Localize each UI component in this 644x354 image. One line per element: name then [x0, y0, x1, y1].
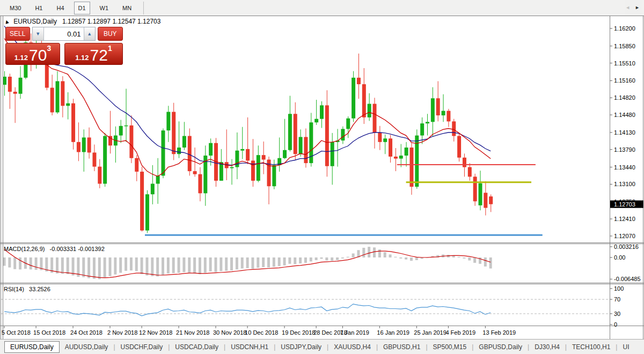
sell-price-button[interactable]: 1.12 70 3: [5, 43, 60, 65]
candle-up: [19, 78, 23, 94]
buy-price-prefix: 1.12: [75, 54, 89, 62]
price-axis: 1.162001.158501.155101.151601.148201.144…: [610, 25, 643, 328]
macd-bar: [236, 257, 238, 269]
tab-scroll-right-icon[interactable]: ►: [635, 5, 640, 10]
chart-tab-xauusd-h4[interactable]: XAUUSD,H4: [328, 342, 376, 352]
macd-bar: [135, 257, 138, 271]
candle-up: [383, 138, 387, 142]
macd-bar: [283, 257, 286, 266]
chart-tab-eurusd-daily[interactable]: EURUSD,Daily: [4, 341, 60, 353]
rsi-value: 33.2526: [29, 286, 50, 292]
candle-down: [452, 121, 456, 136]
rsi-axis-label: 0: [614, 321, 617, 328]
macd-bar: [188, 257, 191, 273]
chart-tab-gbpusd-daily[interactable]: GBPUSD,Daily: [473, 342, 528, 352]
macd-bar: [141, 257, 143, 274]
rsi-axis-label: 30: [614, 311, 620, 317]
macd-label: MACD(12,26,9) -0.003331 -0.001392: [4, 246, 105, 252]
macd-bar: [61, 257, 64, 274]
candle-down: [188, 136, 192, 172]
macd-bar: [341, 257, 344, 259]
buy-price-button[interactable]: 1.12 72 1: [64, 43, 123, 65]
candle-up: [288, 114, 292, 150]
macd-bar: [56, 257, 58, 274]
candle-down: [13, 92, 17, 94]
price-axis-label: 1.15850: [614, 43, 635, 49]
macd-bar: [410, 257, 413, 261]
chart-tab-dj30-h4[interactable]: DJ30,H4: [529, 342, 565, 352]
volume-input[interactable]: [44, 27, 84, 40]
macd-axis-label: 0.00: [614, 254, 625, 261]
candle-up: [219, 162, 223, 181]
macd-bar: [310, 257, 312, 261]
date-axis-label: 16 Jan 2019: [377, 329, 409, 336]
macd-axis-label: 0.003216: [614, 244, 639, 250]
price-axis-label: 1.14130: [614, 129, 635, 136]
macd-bar: [315, 257, 318, 260]
candle-up: [368, 104, 371, 117]
macd-bar: [3, 257, 6, 266]
candle-down: [71, 104, 75, 142]
macd-bar: [93, 257, 96, 279]
macd-bar: [251, 257, 254, 269]
price-axis-label: 1.14480: [614, 112, 635, 118]
macd-bar: [347, 257, 349, 257]
buy-button[interactable]: BUY: [98, 27, 123, 41]
candle-down: [378, 132, 382, 142]
macd-bar: [241, 257, 244, 269]
date-axis-label: 12 Nov 2018: [139, 329, 172, 336]
candle-up: [103, 136, 107, 184]
macd-bar: [167, 257, 170, 274]
candle-down: [262, 155, 266, 159]
chart-tab-usdjpy-daily[interactable]: USDJPY,Daily: [275, 342, 327, 352]
candle-up: [156, 176, 160, 184]
macd-bar: [230, 257, 233, 270]
candle-up: [320, 105, 324, 119]
chart-tab-usdchf-daily[interactable]: USDCHF,Daily: [115, 342, 169, 352]
candle-down: [489, 196, 493, 204]
candle-up: [352, 78, 355, 119]
candle-up: [399, 156, 403, 159]
candle-down: [50, 88, 54, 113]
candle-down: [409, 148, 413, 187]
candle-up: [272, 165, 276, 186]
macd-bar: [278, 257, 281, 266]
date-axis-label: 5 Oct 2018: [2, 329, 31, 336]
chart-ohlc-values: 1.12857 1.12897 1.12547 1.12703: [62, 18, 161, 25]
chart-tab-sp500-m15[interactable]: SP500,M15: [428, 342, 472, 352]
candle-up: [331, 142, 334, 166]
macd-bar: [405, 257, 407, 260]
rsi-line: [4, 304, 491, 316]
volume-increase-button[interactable]: ▲: [84, 27, 95, 40]
date-axis-label: 7 Jan 2019: [340, 329, 369, 336]
chart-tab-ui[interactable]: UI: [617, 342, 634, 352]
chart-tab-usdcnh-h1[interactable]: USDCNH,H1: [225, 342, 274, 352]
chart-tab-usdcad-daily[interactable]: USDCAD,Daily: [170, 342, 224, 352]
candle-down: [468, 167, 472, 177]
macd-bar: [468, 257, 471, 261]
candle-up: [479, 183, 482, 205]
macd-bar: [489, 257, 492, 269]
macd-bar: [273, 257, 275, 267]
chart-tab-audusd-daily[interactable]: AUDUSD,Daily: [60, 342, 114, 352]
volume-decrease-button[interactable]: ▼: [33, 27, 44, 40]
macd-bar: [384, 252, 386, 257]
macd-bar: [30, 257, 32, 269]
macd-bar: [114, 257, 116, 275]
sell-button[interactable]: SELL: [5, 27, 30, 41]
macd-bar: [394, 257, 397, 257]
tab-scroll-left-icon[interactable]: ◄: [625, 5, 630, 10]
date-axis-label: 19 Dec 2018: [282, 329, 315, 336]
candle-up: [145, 194, 149, 230]
candle-down: [98, 167, 101, 184]
price-axis-label: 1.12070: [614, 233, 635, 239]
candle-up: [299, 137, 303, 154]
chart-tab-tech100-h1[interactable]: TECH100,H1: [567, 342, 616, 352]
candle-down: [362, 84, 366, 117]
macd-bar: [145, 257, 148, 276]
candle-up: [119, 126, 123, 136]
macd-bar: [193, 257, 196, 274]
macd-bar: [415, 257, 418, 260]
rsi-label: RSI(14) 33.2526: [4, 286, 50, 292]
chart-tab-gbpusd-h1[interactable]: GBPUSD,H1: [378, 342, 426, 352]
